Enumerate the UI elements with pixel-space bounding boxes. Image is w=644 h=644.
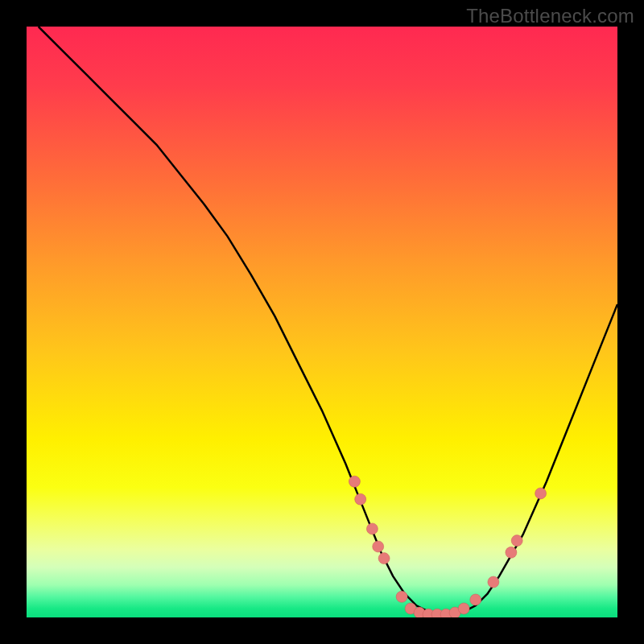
data-point xyxy=(458,603,469,614)
watermark-text: TheBottleneck.com xyxy=(466,5,634,27)
curve-layer xyxy=(27,27,617,617)
data-point xyxy=(378,553,390,564)
data-point xyxy=(511,535,522,547)
bottleneck-curve xyxy=(39,27,617,614)
data-point xyxy=(470,594,481,605)
data-point xyxy=(506,547,517,558)
data-point xyxy=(535,488,547,499)
data-point xyxy=(366,523,378,535)
data-point xyxy=(488,576,499,588)
data-point xyxy=(373,541,384,552)
data-point xyxy=(355,493,366,505)
plot-area xyxy=(27,27,617,617)
data-point xyxy=(349,476,360,487)
data-point xyxy=(396,591,407,602)
chart-frame: TheBottleneck.com xyxy=(0,0,644,644)
